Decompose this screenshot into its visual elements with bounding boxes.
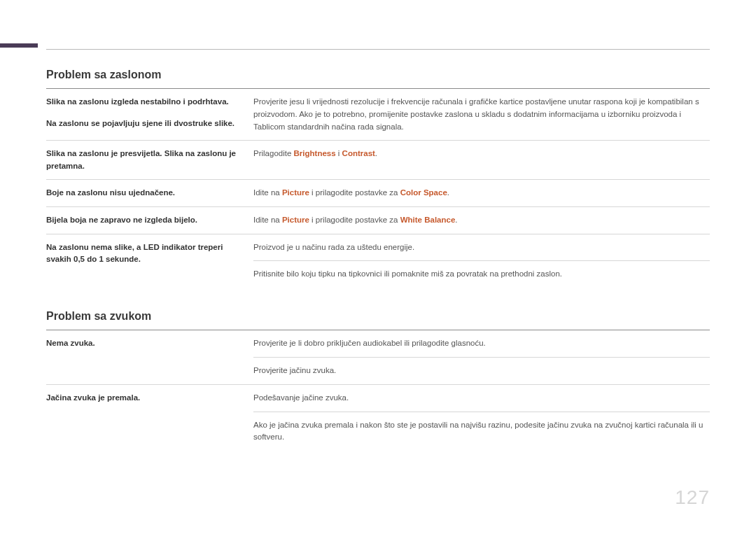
section-title-sound: Problem sa zvukom <box>46 310 710 323</box>
problem-description: Podešavanje jačine zvuka. Ako je jačina … <box>253 385 710 451</box>
page-content: Problem sa zaslonom Slika na zaslonu izg… <box>46 49 710 451</box>
problem-description: Idite na Picture i prilagodite postavke … <box>253 180 710 206</box>
problem-label: Slika na zaslonu izgleda nestabilno i po… <box>46 89 253 140</box>
problem-description: Proizvod je u načinu rada za uštedu ener… <box>253 234 710 288</box>
section-title-screen: Problem sa zaslonom <box>46 69 710 81</box>
table-row: Nema zvuka. Provjerite je li dobro prikl… <box>46 330 710 384</box>
highlight-term: Picture <box>282 216 309 224</box>
problem-label: Na zaslonu nema slike, a LED indikator t… <box>46 234 253 288</box>
desc-text: Podešavanje jačine zvuka. <box>253 392 710 412</box>
problem-description: Prilagodite Brightness i Contrast. <box>253 141 710 179</box>
problem-label: Nema zvuka. <box>46 330 253 384</box>
desc-text: . <box>455 216 457 224</box>
desc-text: i prilagodite postavke za <box>309 188 400 197</box>
problem-description: Provjerite je li dobro priključen audiok… <box>253 330 710 384</box>
desc-text: . <box>375 149 377 157</box>
table-row: Boje na zaslonu nisu ujednačene. Idite n… <box>46 180 710 207</box>
desc-text: Idite na <box>253 216 282 224</box>
desc-text: Provjerite jačinu zvuka. <box>253 365 710 377</box>
desc-text: Proizvod je u načinu rada za uštedu ener… <box>253 241 710 262</box>
highlight-term: White Balance <box>400 216 456 224</box>
desc-text: Prilagodite <box>253 149 294 157</box>
highlight-term: Brightness <box>294 149 336 157</box>
table-row: Slika na zaslonu je presvijetla. Slika n… <box>46 141 710 180</box>
highlight-term: Color Space <box>400 188 447 197</box>
label-text: Slika na zaslonu izgleda nestabilno i po… <box>46 96 245 108</box>
problem-description: Idite na Picture i prilagodite postavke … <box>253 207 710 234</box>
problem-label: Boje na zaslonu nisu ujednačene. <box>46 180 253 206</box>
problem-description: Provjerite jesu li vrijednosti rezolucij… <box>253 89 710 140</box>
problem-label: Jačina zvuka je premala. <box>46 385 253 451</box>
desc-text: Ako je jačina zvuka premala i nakon što … <box>253 419 710 444</box>
highlight-term: Picture <box>282 188 309 197</box>
table-row: Slika na zaslonu izgleda nestabilno i po… <box>46 89 710 141</box>
desc-text: Pritisnite bilo koju tipku na tipkovnici… <box>253 268 710 281</box>
page-number: 127 <box>675 486 710 509</box>
problem-label: Slika na zaslonu je presvijetla. Slika n… <box>46 141 253 179</box>
desc-text: Provjerite je li dobro priključen audiok… <box>253 337 710 358</box>
desc-text: Idite na <box>253 188 282 197</box>
problem-label: Bijela boja ne zapravo ne izgleda bijelo… <box>46 207 253 234</box>
table-row: Bijela boja ne zapravo ne izgleda bijelo… <box>46 207 710 234</box>
table-row: Na zaslonu nema slike, a LED indikator t… <box>46 234 710 288</box>
header-tab-marker <box>0 43 38 48</box>
desc-text: . <box>447 188 449 197</box>
label-text: Na zaslonu se pojavljuju sjene ili dvost… <box>46 118 245 129</box>
header-rule <box>46 49 710 50</box>
table-row: Jačina zvuka je premala. Podešavanje jač… <box>46 385 710 451</box>
document-page: Problem sa zaslonom Slika na zaslonu izg… <box>0 0 756 534</box>
desc-text: i prilagodite postavke za <box>309 216 400 224</box>
highlight-term: Contrast <box>342 149 375 157</box>
desc-text: i <box>336 149 342 157</box>
